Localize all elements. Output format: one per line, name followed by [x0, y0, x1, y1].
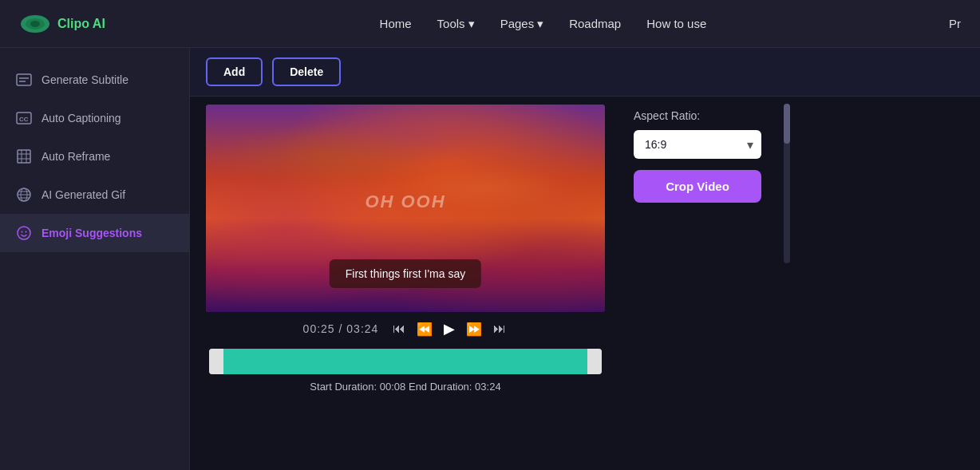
video-overlay-text: OH OOH — [365, 192, 445, 212]
rewind-button[interactable]: ⏪ — [415, 320, 434, 338]
end-duration-value: 03:24 — [475, 381, 501, 393]
sidebar-item-emoji-suggestions[interactable]: Emoji Suggestions — [0, 214, 189, 252]
timeline-track[interactable] — [209, 349, 602, 374]
crop-video-button[interactable]: Crop Video — [634, 170, 761, 203]
main-nav: Home Tools ▾ Pages ▾ Roadmap How to use — [137, 17, 949, 31]
nav-how-to-use[interactable]: How to use — [646, 17, 706, 30]
svg-text:CC: CC — [19, 116, 29, 123]
toolbar: Add Delete — [190, 48, 980, 97]
sidebar-item-auto-reframe[interactable]: Auto Reframe — [0, 137, 189, 176]
svg-rect-3 — [17, 74, 31, 85]
sidebar-label-emoji-suggestions: Emoji Suggestions — [41, 227, 142, 239]
timeline-duration-bar: Start Duration: 00:08 End Duration: 03:2… — [206, 377, 605, 396]
right-panel: Aspect Ratio: 16:9 9:16 1:1 4:3 ▾ Crop V… — [621, 97, 780, 215]
video-container: OH OOH First things first I'ma say 00:25… — [206, 105, 605, 396]
sidebar-item-generate-subtitle[interactable]: Generate Subtitle — [0, 61, 189, 99]
fast-forward-button[interactable]: ⏩ — [464, 320, 484, 338]
sidebar-item-auto-captioning[interactable]: CC Auto Captioning — [0, 99, 189, 137]
subtitle-text: First things first I'ma say — [346, 267, 465, 280]
caption-icon: CC — [16, 110, 32, 126]
svg-point-18 — [18, 227, 30, 239]
subtitle-icon — [16, 72, 32, 88]
sidebar-label-auto-reframe: Auto Reframe — [41, 150, 110, 163]
nav-pages[interactable]: Pages ▾ — [500, 17, 544, 31]
nav-home[interactable]: Home — [380, 17, 412, 30]
end-duration-label: End Duration: — [409, 381, 472, 393]
svg-point-19 — [22, 231, 23, 233]
svg-point-2 — [30, 21, 40, 27]
scroll-track — [784, 104, 790, 263]
sidebar: Generate Subtitle CC Auto Captioning — [0, 48, 190, 470]
nav-tools[interactable]: Tools ▾ — [437, 17, 475, 31]
sidebar-item-ai-generated-gif[interactable]: AI Generated Gif — [0, 176, 189, 214]
chevron-down-icon: ▾ — [537, 17, 543, 31]
current-time: 00:25 — [303, 322, 335, 335]
timeline-handle-right[interactable] — [587, 349, 602, 374]
timeline-handle-left[interactable] — [209, 349, 223, 374]
logo-area: Clipo AI — [19, 13, 105, 35]
sidebar-label-ai-generated-gif: AI Generated Gif — [41, 188, 125, 201]
main-content: Add Delete OH OOH First things first I'm… — [190, 48, 980, 470]
sidebar-label-auto-captioning: Auto Captioning — [41, 112, 121, 124]
delete-button[interactable]: Delete — [272, 57, 341, 86]
nav-pr: Pr — [949, 17, 961, 30]
emoji-icon — [16, 225, 32, 241]
skip-to-end-button[interactable]: ⏭ — [492, 320, 508, 338]
globe-icon — [16, 187, 32, 203]
logo-icon — [19, 13, 51, 35]
skip-to-start-button[interactable]: ⏮ — [391, 320, 407, 338]
scroll-thumb[interactable] — [784, 104, 790, 144]
video-section: OH OOH First things first I'ma say 00:25… — [190, 97, 980, 470]
aspect-ratio-select-wrap: 16:9 9:16 1:1 4:3 ▾ — [634, 130, 761, 159]
svg-point-20 — [26, 231, 27, 233]
time-display: 00:25 / 03:24 — [303, 322, 379, 335]
aspect-ratio-select[interactable]: 16:9 9:16 1:1 4:3 — [634, 130, 761, 159]
add-button[interactable]: Add — [206, 57, 263, 86]
total-time: 03:24 — [346, 322, 378, 335]
main-layout: Generate Subtitle CC Auto Captioning — [0, 48, 980, 470]
svg-rect-8 — [18, 150, 30, 163]
start-duration-value: 00:08 — [380, 381, 406, 393]
nav-roadmap[interactable]: Roadmap — [569, 17, 621, 30]
video-frame[interactable]: OH OOH First things first I'ma say — [206, 105, 605, 312]
chevron-down-icon: ▾ — [468, 17, 475, 31]
aspect-ratio-label: Aspect Ratio: — [634, 109, 768, 122]
header: Clipo AI Home Tools ▾ Pages ▾ Roadmap Ho… — [0, 0, 980, 48]
sidebar-label-generate-subtitle: Generate Subtitle — [41, 73, 128, 86]
playback-controls: ⏮ ⏪ ▶ ⏩ ⏭ — [391, 318, 508, 339]
play-button[interactable]: ▶ — [442, 318, 456, 339]
time-separator: / — [339, 322, 347, 335]
player-controls: 00:25 / 03:24 ⏮ ⏪ ▶ ⏩ ⏭ — [206, 312, 605, 346]
logo-text: Clipo AI — [57, 17, 105, 31]
start-duration-label: Start Duration: — [310, 381, 377, 393]
subtitle-box: First things first I'ma say — [330, 259, 481, 288]
reframe-icon — [16, 148, 32, 164]
timeline-row — [206, 346, 605, 377]
